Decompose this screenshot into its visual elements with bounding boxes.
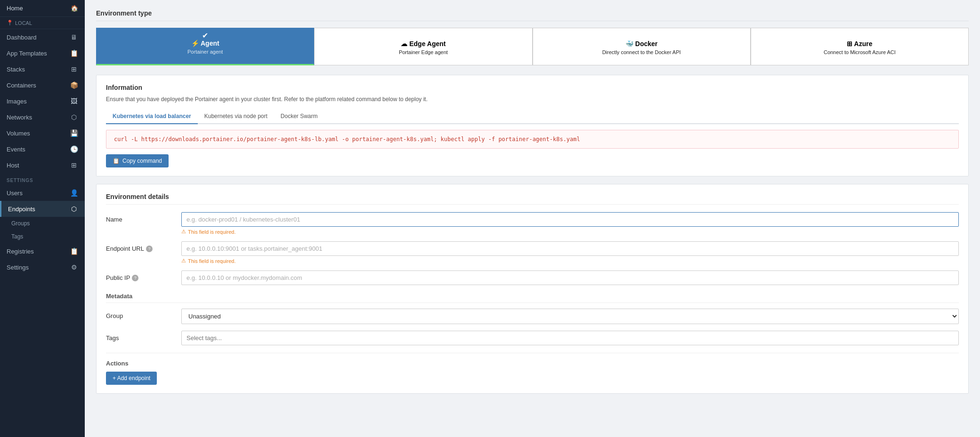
add-endpoint-button[interactable]: + Add endpoint — [106, 372, 157, 385]
sidebar-item-volumes[interactable]: Volumes💾 — [0, 125, 85, 141]
name-row: Name ⚠ This field is required. — [106, 212, 959, 235]
group-row: Group Unassigned — [106, 309, 959, 324]
sidebar-nav: Dashboard🖥App Templates📋Stacks⊞Container… — [0, 29, 85, 173]
sidebar-item-networks[interactable]: Networks⬡ — [0, 109, 85, 125]
settings-section-label: SETTINGS — [0, 173, 85, 185]
sidebar-item-containers[interactable]: Containers📦 — [0, 77, 85, 93]
tab-k8s-node[interactable]: Kubernetes via node port — [198, 109, 274, 124]
copy-command-label: Copy command — [122, 158, 162, 164]
env-card-edge-agent[interactable]: ☁ Edge AgentPortainer Edge agent — [314, 28, 532, 65]
public-ip-label: Public IP ? — [106, 270, 181, 281]
name-input[interactable] — [181, 212, 959, 227]
tags-input[interactable] — [181, 331, 959, 345]
name-field-wrapper: ⚠ This field is required. — [181, 212, 959, 235]
info-section: Information Ensure that you have deploye… — [96, 75, 969, 176]
local-label: 📍 LOCAL — [0, 17, 85, 29]
main-content: Environment type ✔⚡ AgentPortainer agent… — [85, 0, 980, 437]
endpoint-url-label: Endpoint URL ? — [106, 241, 181, 252]
sidebar-item-endpoints[interactable]: Endpoints⬡ — [0, 201, 85, 217]
add-endpoint-label: + Add endpoint — [113, 375, 150, 381]
group-label: Group — [106, 309, 181, 319]
env-type-cards: ✔⚡ AgentPortainer agent☁ Edge AgentPorta… — [96, 28, 969, 65]
sidebar-item-app-templates[interactable]: App Templates📋 — [0, 45, 85, 61]
actions-title: Actions — [106, 360, 959, 367]
env-type-title: Environment type — [96, 9, 969, 21]
public-ip-row: Public IP ? — [106, 270, 959, 285]
home-label: Home — [7, 5, 23, 12]
endpoint-url-row: Endpoint URL ? ⚠ This field is required. — [106, 241, 959, 264]
env-card-docker[interactable]: 🐳 DockerDirectly connect to the Docker A… — [533, 28, 751, 65]
sidebar-item-settings[interactable]: Settings⚙ — [0, 259, 85, 275]
sidebar: Home 🏠 📍 LOCAL Dashboard🖥App Templates📋S… — [0, 0, 85, 437]
info-title: Information — [106, 84, 959, 91]
metadata-section: Metadata Group Unassigned Tags — [106, 293, 959, 345]
endpoint-url-help-icon[interactable]: ? — [146, 246, 153, 252]
sidebar-settings: Users👤Endpoints⬡GroupsTagsRegistries📋Set… — [0, 185, 85, 275]
sidebar-item-registries[interactable]: Registries📋 — [0, 243, 85, 259]
tab-docker-swarm[interactable]: Docker Swarm — [274, 109, 324, 124]
actions-section: Actions + Add endpoint — [106, 353, 959, 385]
sidebar-item-stacks[interactable]: Stacks⊞ — [0, 61, 85, 77]
public-ip-help-icon[interactable]: ? — [132, 275, 138, 281]
sidebar-item-groups[interactable]: Groups — [0, 217, 85, 230]
copy-icon: 📋 — [113, 158, 120, 164]
warning-icon: ⚠ — [181, 229, 186, 235]
sidebar-item-dashboard[interactable]: Dashboard🖥 — [0, 29, 85, 45]
public-ip-input[interactable] — [181, 270, 959, 285]
tags-field-wrapper — [181, 331, 959, 345]
sidebar-item-host[interactable]: Host⊞ — [0, 157, 85, 173]
copy-command-button[interactable]: 📋 Copy command — [106, 154, 169, 167]
env-card-azure[interactable]: ⊞ AzureConnect to Microsoft Azure ACI — [751, 28, 969, 65]
warning-icon-2: ⚠ — [181, 258, 186, 264]
sidebar-item-events[interactable]: Events🕒 — [0, 141, 85, 157]
home-icon: 🏠 — [71, 5, 78, 12]
endpoint-url-error: ⚠ This field is required. — [181, 258, 959, 264]
name-label: Name — [106, 212, 181, 223]
endpoint-url-field-wrapper: ⚠ This field is required. — [181, 241, 959, 264]
group-select[interactable]: Unassigned — [181, 309, 959, 324]
pin-icon: 📍 — [7, 20, 13, 26]
public-ip-field-wrapper — [181, 270, 959, 285]
sidebar-item-users[interactable]: Users👤 — [0, 185, 85, 201]
group-field-wrapper: Unassigned — [181, 309, 959, 324]
command-box: curl -L https://downloads.portainer.io/p… — [106, 130, 959, 149]
home-item[interactable]: Home 🏠 — [0, 0, 85, 17]
metadata-title: Metadata — [106, 293, 959, 303]
env-card-agent[interactable]: ✔⚡ AgentPortainer agent — [96, 28, 314, 65]
details-title: Environment details — [106, 193, 959, 205]
deployment-tabs: Kubernetes via load balancerKubernetes v… — [106, 109, 959, 124]
sidebar-item-images[interactable]: Images🖼 — [0, 93, 85, 109]
sidebar-item-tags[interactable]: Tags — [0, 230, 85, 243]
endpoint-url-input[interactable] — [181, 241, 959, 256]
environment-details-section: Environment details Name ⚠ This field is… — [96, 184, 969, 394]
name-error: ⚠ This field is required. — [181, 229, 959, 235]
info-text: Ensure that you have deployed the Portai… — [106, 96, 959, 103]
tags-row: Tags — [106, 331, 959, 345]
tab-k8s-lb[interactable]: Kubernetes via load balancer — [106, 109, 198, 124]
tags-label: Tags — [106, 331, 181, 342]
